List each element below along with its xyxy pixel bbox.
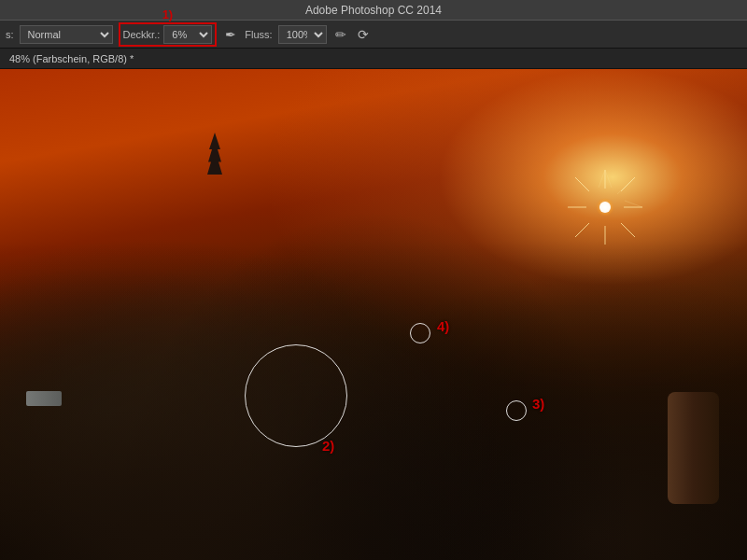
smooth-button[interactable]: ⟳ (355, 25, 372, 44)
svg-line-8 (575, 223, 589, 237)
airbrush-button[interactable]: ✒ (222, 25, 239, 44)
svg-line-10 (605, 170, 612, 188)
deckkr-group: 1) Deckkr.: 6% 10% 25% 50% 100% (119, 22, 218, 47)
document-title: 48% (Farbschein, RGB/8) * (9, 53, 134, 64)
sun-star (568, 170, 642, 245)
options-bar: s: Normal Multiply Screen Overlay 1) Dec… (0, 21, 747, 49)
fluss-label: Fluss: (245, 29, 272, 40)
sign-element (26, 391, 62, 406)
log-element (668, 392, 719, 504)
svg-point-13 (599, 202, 611, 213)
pen-pressure-button[interactable]: ✏ (332, 25, 349, 44)
fluss-select[interactable]: 100% 75% 50% 25% (278, 25, 327, 44)
svg-line-6 (621, 223, 635, 237)
svg-line-9 (599, 170, 605, 188)
deckkr-label: Deckkr.: (123, 29, 161, 40)
rocks-overlay (0, 69, 747, 560)
deckkr-select[interactable]: 6% 10% 25% 50% 100% (163, 25, 212, 44)
mode-select[interactable]: Normal Multiply Screen Overlay (20, 25, 113, 44)
svg-line-12 (625, 201, 642, 207)
svg-line-5 (575, 177, 589, 191)
canvas-area[interactable]: 2) 3) 4) (0, 69, 747, 560)
mode-label: s: (6, 29, 14, 40)
title-bar: Adobe Photoshop CC 2014 (0, 0, 747, 21)
document-tab[interactable]: 48% (Farbschein, RGB/8) * (0, 49, 747, 69)
svg-line-11 (617, 177, 635, 194)
app-title: Adobe Photoshop CC 2014 (305, 4, 442, 17)
